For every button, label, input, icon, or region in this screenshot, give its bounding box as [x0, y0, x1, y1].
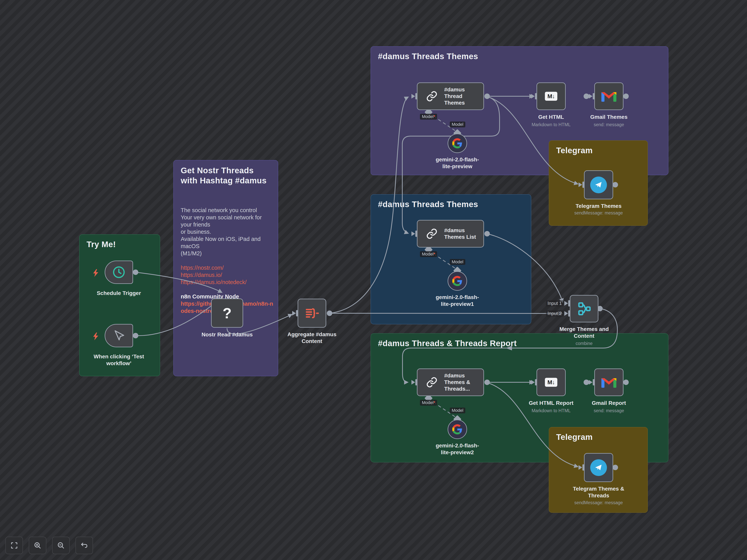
trigger-bolt-icon	[93, 332, 99, 340]
node-subtitle: send: message	[594, 408, 624, 414]
undo-icon	[80, 541, 88, 550]
node-gemini-preview[interactable]: gemini-2.0-flash-lite-preview	[447, 134, 467, 153]
model-required-chip: Model*	[420, 251, 437, 257]
zoom-out-icon	[57, 541, 65, 550]
node-merge[interactable]: Merge Themes and Content combine	[570, 295, 598, 322]
node-aggregate[interactable]: Aggregate #damus Content	[298, 299, 326, 328]
node-label: Gmail Report	[592, 400, 626, 406]
cursor-icon	[112, 329, 125, 342]
link-icon	[426, 90, 438, 102]
link-icon	[426, 376, 438, 388]
gmail-icon	[601, 90, 617, 103]
output-ports[interactable]	[133, 94, 629, 470]
unknown-node-icon: ?	[223, 305, 231, 322]
node-telegram-themes[interactable]: Telegram Themes sendMessage: message	[584, 170, 613, 199]
google-icon	[452, 138, 462, 149]
model-chip: Model	[450, 259, 465, 265]
merge-input2-label: Input 2	[546, 310, 563, 317]
edge-manual-to-nostr	[136, 298, 222, 336]
telegram-icon	[590, 459, 607, 476]
node-label: Get HTML	[538, 113, 564, 121]
node-gmail-report[interactable]: Gmail Report send: message	[594, 369, 623, 396]
model-chip: Model	[450, 122, 465, 127]
edge-aggregate-to-merge-input2	[330, 313, 562, 314]
node-label: #damus Themes & Threads...	[444, 372, 484, 392]
node-label: #damus Thread Themes	[444, 86, 484, 106]
node-label: Schedule Trigger	[97, 290, 141, 296]
node-subtitle: Markdown to HTML	[532, 408, 571, 414]
node-label: Nostr Read #damus	[202, 331, 253, 338]
markdown-icon: M↓	[545, 378, 557, 387]
node-label: gemini-2.0-flash-lite-preview	[433, 156, 482, 170]
node-nostr-read[interactable]: ? Nostr Read #damus	[211, 298, 243, 328]
node-label: Gmail Themes	[590, 113, 627, 121]
fit-view-button[interactable]	[5, 537, 23, 554]
node-get-html-report[interactable]: M↓ Get HTML Report Markdown to HTML	[537, 369, 566, 396]
input-ports[interactable]	[292, 93, 595, 471]
zoom-in-button[interactable]	[29, 537, 46, 554]
clock-icon	[112, 265, 126, 279]
node-label: Telegram Themes	[576, 203, 621, 209]
zoom-out-button[interactable]	[52, 537, 70, 554]
model-chip: Model	[450, 407, 465, 414]
node-label: Get HTML Report	[529, 400, 573, 406]
markdown-icon: M↓	[545, 92, 557, 101]
fit-view-icon	[10, 541, 18, 550]
zoom-in-icon	[33, 541, 42, 550]
node-gemini-preview2[interactable]: gemini-2.0-flash-lite-preview2	[447, 420, 467, 439]
edge-schedule-to-nostr	[136, 272, 222, 292]
link-icon	[426, 228, 438, 240]
node-gmail-themes[interactable]: Gmail Themes send: message	[594, 82, 623, 110]
merge-input1-label: Input 1	[546, 300, 563, 306]
node-get-html[interactable]: M↓ Get HTML Markdown to HTML	[537, 82, 566, 110]
node-subtitle: send: message	[594, 122, 624, 127]
node-label: gemini-2.0-flash-lite-preview2	[433, 442, 482, 456]
node-label: Telegram Themes & Threads	[569, 485, 628, 499]
node-subtitle: Markdown to HTML	[532, 122, 571, 127]
model-required-chip: Model*	[420, 114, 437, 119]
workflow-canvas[interactable]: Try Me! Get Nostr Threads with Hashtag #…	[0, 0, 747, 560]
node-subtitle: sendMessage: message	[574, 500, 623, 505]
telegram-icon	[590, 177, 607, 193]
edge-mid-arrow	[506, 346, 512, 350]
node-label: Aggregate #damus Content	[287, 331, 337, 345]
edge-aggregate-to-thread-themes	[330, 97, 408, 313]
trigger-bolt-icon	[93, 269, 99, 277]
node-manual-trigger[interactable]: When clicking ‘Test workflow’	[105, 324, 133, 347]
google-icon	[452, 424, 462, 434]
canvas-toolbar	[5, 537, 93, 554]
node-themes-threads[interactable]: #damus Themes & Threads...	[417, 369, 484, 396]
node-gemini-preview1[interactable]: gemini-2.0-flash-lite-preview1	[447, 271, 467, 291]
gmail-icon	[601, 376, 617, 389]
node-label: Merge Themes and Content	[555, 326, 613, 339]
google-icon	[452, 276, 462, 286]
node-label: When clicking ‘Test workflow’	[92, 353, 146, 367]
aggregate-icon	[305, 306, 319, 321]
node-themes-list[interactable]: #damus Themes List	[417, 220, 484, 247]
merge-icon	[577, 302, 591, 316]
node-label: #damus Themes List	[444, 227, 484, 240]
node-schedule-trigger[interactable]: Schedule Trigger	[105, 261, 133, 284]
node-label: gemini-2.0-flash-lite-preview1	[433, 294, 482, 308]
edge-themes-list-to-merge-input1	[487, 234, 563, 302]
node-subtitle: sendMessage: message	[574, 210, 623, 216]
node-subtitle: combine	[576, 341, 593, 346]
node-thread-themes[interactable]: #damus Thread Themes	[417, 82, 484, 110]
model-required-chip: Model*	[420, 400, 437, 406]
node-telegram-themes-threads[interactable]: Telegram Themes & Threads sendMessage: m…	[584, 453, 613, 482]
undo-button[interactable]	[76, 537, 93, 554]
